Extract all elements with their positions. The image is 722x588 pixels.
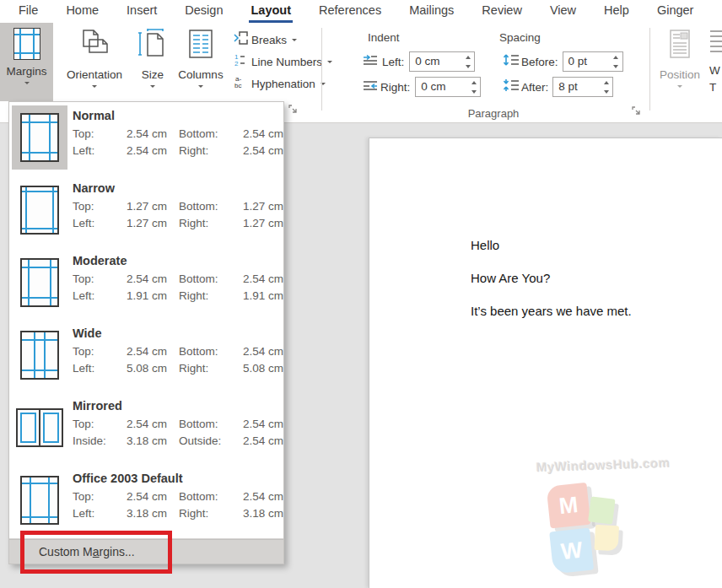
margins-option-mirrored[interactable]: Mirrored Top:2.54 cm Bottom:2.54 cm Insi… (9, 393, 283, 466)
margins-button-label: Margins (6, 65, 46, 78)
indent-right-field[interactable]: 0 cm (415, 77, 481, 97)
group-separator (321, 28, 322, 111)
indent-left-icon (363, 54, 378, 69)
paragraph-dialog-launcher[interactable] (631, 105, 642, 116)
watermark-site-text: MyWindowsHub.com (536, 455, 697, 475)
line-numbers-button[interactable]: 1 2 Line Numbers (234, 51, 332, 73)
word-window: File Home Insert Design Layout Reference… (0, 0, 722, 588)
document-text[interactable]: Hello How Are You? It’s been years we ha… (471, 238, 632, 337)
indent-left-value: 0 cm (410, 52, 461, 71)
spacing-before-value: 0 pt (563, 52, 610, 71)
document-page[interactable]: Hello How Are You? It’s been years we ha… (369, 138, 722, 588)
indent-right-icon (363, 79, 378, 94)
size-button[interactable]: Size (135, 23, 170, 101)
page-setup-menu-buttons: Breaks 1 2 Line Numbers a- (234, 29, 332, 94)
spacing-before-spinner[interactable] (610, 52, 622, 71)
margins-normal-icon (12, 105, 67, 170)
tab-help[interactable]: Help (604, 0, 629, 23)
chevron-down-icon (292, 39, 297, 41)
tab-file[interactable]: File (19, 0, 38, 23)
tab-mailings[interactable]: Mailings (409, 0, 454, 23)
indent-left-label: Left: (382, 56, 404, 68)
size-icon (137, 28, 168, 63)
indent-right-value: 0 cm (416, 78, 467, 96)
logo-square-green (588, 496, 615, 524)
svg-text:2: 2 (234, 60, 239, 67)
margins-button[interactable]: Margins (0, 23, 53, 101)
option-title: Moderate (73, 254, 283, 267)
tab-view[interactable]: View (550, 0, 576, 23)
spacing-before-field[interactable]: 0 pt (563, 51, 623, 72)
breaks-icon (234, 31, 248, 48)
wrap-text-button[interactable]: W T (709, 28, 722, 94)
spacing-before-label: Before: (521, 56, 558, 68)
margins-narrow-icon (12, 178, 67, 242)
chevron-down-icon (677, 85, 682, 88)
margins-option-wide[interactable]: Wide Top:2.54 cm Bottom:2.54 cm Left:5.0… (9, 321, 283, 393)
option-values: Top:2.54 cm Bottom:2.54 cm Left:3.18 cm … (73, 488, 283, 522)
group-separator (649, 28, 650, 111)
position-button[interactable]: Position (654, 23, 706, 101)
margins-office-2003-icon (12, 468, 67, 532)
logo-square-yellow (595, 525, 620, 551)
mywindowshub-logo-icon: M W (541, 474, 626, 575)
option-title: Narrow (73, 181, 283, 195)
option-values: Top:2.54 cm Bottom:2.54 cm Inside:3.18 c… (73, 416, 283, 450)
columns-icon (187, 28, 214, 63)
hyphenation-button[interactable]: a- bc Hyphenation (234, 73, 332, 94)
tab-insert[interactable]: Insert (127, 0, 157, 23)
spacing-after-field[interactable]: 8 pt (552, 77, 613, 97)
margins-option-moderate[interactable]: Moderate Top:2.54 cm Bottom:2.54 cm Left… (9, 248, 283, 321)
margins-option-normal[interactable]: Normal Top:2.54 cm Bottom:2.54 cm Left:2… (9, 103, 283, 175)
ribbon-tab-bar: File Home Insert Design Layout Reference… (0, 0, 722, 23)
logo-square-w: W (549, 528, 594, 575)
margins-dropdown-menu: Normal Top:2.54 cm Bottom:2.54 cm Left:2… (8, 101, 284, 564)
option-values: Top:2.54 cm Bottom:2.54 cm Left:5.08 cm … (73, 343, 283, 377)
orientation-button-label: Orientation (67, 68, 122, 81)
option-values: Top:2.54 cm Bottom:2.54 cm Left:2.54 cm … (73, 126, 283, 159)
indent-left-spinner[interactable] (461, 52, 474, 71)
spacing-after-icon (503, 78, 520, 95)
tab-home[interactable]: Home (66, 0, 99, 23)
chevron-down-icon (92, 85, 97, 88)
tab-ginger[interactable]: Ginger (657, 0, 694, 23)
hyphenation-button-label: Hyphenation (251, 78, 315, 90)
indent-left-field[interactable]: 0 cm (409, 51, 475, 72)
indent-right-row: Right: 0 cm (363, 77, 481, 97)
margins-wide-icon (12, 323, 67, 387)
spacing-after-spinner[interactable] (600, 78, 612, 96)
spacing-after-label: After: (521, 81, 548, 94)
paragraph-group-title: Paragraph (455, 107, 531, 120)
tab-review[interactable]: Review (482, 0, 522, 23)
margins-moderate-icon (12, 251, 67, 315)
indent-right-label: Right: (380, 81, 410, 94)
wrap-text-icon (709, 28, 722, 60)
breaks-button[interactable]: Breaks (234, 29, 332, 51)
option-title: Wide (73, 326, 283, 340)
page-setup-dialog-launcher[interactable] (288, 104, 299, 115)
spacing-group-title: Spacing (499, 31, 541, 44)
margins-option-narrow[interactable]: Narrow Top:1.27 cm Bottom:1.27 cm Left:1… (9, 175, 283, 248)
chevron-down-icon (198, 85, 203, 88)
hyphenation-icon: a- bc (234, 75, 248, 92)
spacing-after-value: 8 pt (553, 78, 600, 96)
margins-option-office-2003-default[interactable]: Office 2003 Default Top:2.54 cm Bottom:2… (9, 466, 283, 538)
indent-right-spinner[interactable] (467, 78, 480, 96)
chevron-down-icon (24, 82, 30, 84)
tab-references[interactable]: References (319, 0, 381, 23)
wrap-text-label-line2: T (709, 81, 716, 94)
wrap-text-label-line1: W (709, 64, 720, 77)
spacing-before-icon (503, 53, 520, 70)
chevron-down-icon (327, 61, 332, 63)
indent-group-title: Indent (368, 31, 400, 44)
option-title: Office 2003 Default (73, 472, 283, 485)
option-values: Top:1.27 cm Bottom:1.27 cm Left:1.27 cm … (73, 198, 283, 232)
paragraph: It’s been years we have met. (471, 304, 632, 318)
option-title: Mirrored (73, 399, 283, 413)
orientation-icon (78, 28, 110, 63)
spacing-before-row: Before: 0 pt (503, 51, 623, 72)
orientation-button[interactable]: Orientation (56, 23, 133, 101)
tab-layout[interactable]: Layout (251, 0, 291, 23)
columns-button[interactable]: Columns (173, 23, 229, 101)
tab-design[interactable]: Design (185, 0, 223, 23)
